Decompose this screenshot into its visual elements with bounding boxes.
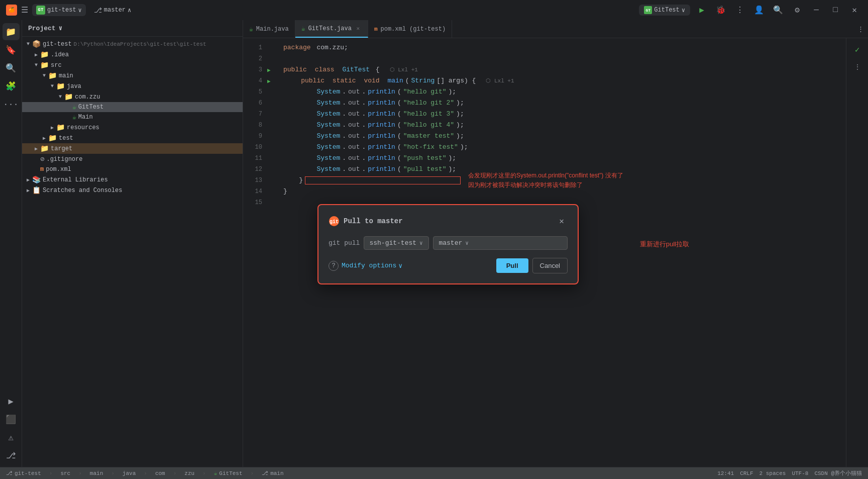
empty-rect-13 (305, 176, 461, 184)
tree-item-target[interactable]: ▶ 📁 target (22, 143, 243, 154)
line-num-5: 5 (243, 86, 262, 98)
cancel-button[interactable]: Cancel (532, 258, 568, 273)
line-numbers: 1 2 3 4 5 6 7 8 9 10 11 12 13 14 15 (243, 38, 267, 467)
class-icon-status: ☕ (214, 470, 218, 476)
sidebar-item-git[interactable]: ⎇ (3, 447, 20, 464)
folder-icon-git-test: 📦 (32, 40, 41, 48)
tree-item-test[interactable]: ▶ 📁 test (22, 133, 243, 143)
tree-item-gittest[interactable]: ▶ ☕ GitTest (22, 102, 243, 112)
indent-5 (283, 86, 314, 98)
tree-label-git-test: git-test (43, 41, 72, 48)
sidebar-item-find[interactable]: 🔍 (3, 59, 20, 76)
sidebar-item-problems[interactable]: ⚠ (3, 429, 20, 446)
right-icon-1[interactable]: ⋮ (850, 59, 865, 74)
project-selector[interactable]: GT git-test ∨ (32, 4, 86, 16)
hamburger-menu-icon[interactable]: ☰ (21, 5, 28, 15)
account-icon[interactable]: 👤 (751, 3, 767, 18)
pull-button[interactable]: Pull (496, 258, 528, 273)
debug-button[interactable]: 🐞 (713, 3, 728, 18)
remote-selector[interactable]: ssh-git-test ∨ (364, 236, 429, 250)
run-button[interactable]: ▶ (694, 3, 709, 18)
close-button[interactable]: ✕ (847, 3, 862, 18)
line-num-10: 10 (243, 142, 262, 153)
tree-item-com-zzu[interactable]: ▼ 📁 com.zzu (22, 91, 243, 102)
modify-options-label: Modify options (342, 262, 396, 269)
paren-4: ( (405, 75, 409, 86)
tab-close-gittest[interactable]: ✕ (355, 25, 362, 32)
tree-item-gitignore[interactable]: ▶ ⊘ .gitignore (22, 154, 243, 164)
tree-item-git-test[interactable]: ▼ 📦 git-test D:\Python\IdeaProjects\git-… (22, 39, 243, 49)
branch-icon: ⎇ (94, 6, 102, 15)
tree-item-pom[interactable]: ▶ m pom.xml (22, 164, 243, 174)
str-11: "push test" (403, 153, 447, 164)
tab-pom-xml[interactable]: m pom.xml (git-test) (368, 20, 452, 38)
branch-selector[interactable]: master ∨ (433, 236, 568, 250)
status-spaces: 2 spaces (759, 470, 786, 476)
tree-item-ext-libs[interactable]: ▶ 📚 External Libraries (22, 174, 243, 185)
sidebar-item-dots[interactable]: ··· (3, 95, 20, 113)
tree-item-idea[interactable]: ▶ 📁 .idea (22, 49, 243, 60)
run-config-label[interactable]: GT GitTest ∨ (639, 5, 690, 16)
xml-icon-pom: m (40, 166, 44, 173)
tree-item-resources[interactable]: ▶ 📁 resources (22, 122, 243, 133)
tree-item-main-class[interactable]: ▶ ☕ Main (22, 112, 243, 122)
more-actions-button[interactable]: ⋮ (732, 3, 747, 18)
tree-label-main-class: Main (78, 114, 93, 121)
status-time: 12:41 (717, 470, 734, 476)
branch-selector[interactable]: ⎇ master ∧ (90, 5, 135, 16)
folder-icon-java: 📁 (56, 82, 65, 90)
code-line-1: package com.zzu; (283, 42, 840, 53)
minimize-button[interactable]: — (809, 3, 824, 18)
settings-icon[interactable]: ⚙ (790, 3, 805, 18)
run-gutter-12 (267, 164, 277, 175)
tab-more-button[interactable]: ⋮ (853, 20, 868, 38)
tree-item-scratches[interactable]: ▶ 📋 Scratches and Consoles (22, 185, 243, 196)
modal-git-label: git pull (329, 239, 360, 247)
run-gutter-4[interactable]: ▶ (267, 75, 277, 86)
sys-5: System (316, 86, 340, 98)
println-5: println (368, 86, 395, 98)
code-content[interactable]: package com.zzu; public class GitTest { … (277, 38, 846, 467)
folder-icon-resources: 📁 (56, 123, 65, 132)
tab-gittest-java[interactable]: ☕ GitTest.java ✕ (295, 20, 368, 38)
tree-item-src[interactable]: ▼ 📁 src (22, 60, 243, 70)
tree-item-java[interactable]: ▼ 📁 java (22, 81, 243, 91)
run-gutter-3[interactable]: ▶ (267, 64, 277, 75)
tree-label-gittest: GitTest (78, 104, 103, 111)
project-name-label: git-test (47, 7, 76, 14)
sidebar-item-bookmark[interactable]: 🔖 (3, 41, 20, 58)
status-git-icon[interactable]: ⎇ git-test (6, 470, 41, 476)
str-5: "hello git" (403, 86, 447, 98)
sep6: › (202, 470, 206, 476)
line-num-11: 11 (243, 153, 262, 164)
code-editor: 1 2 3 4 5 6 7 8 9 10 11 12 13 14 15 (243, 38, 868, 467)
tab-main-java[interactable]: ☕ Main.java (243, 20, 295, 38)
println-10: println (368, 142, 395, 153)
sys-11: System (316, 153, 340, 164)
sidebar-item-plugins[interactable]: 🧩 (3, 77, 20, 94)
tree-label-src: src (51, 62, 62, 69)
sidebar-item-terminal[interactable]: ⬛ (3, 411, 20, 428)
str-8: "hello git 4" (403, 120, 454, 131)
sep5: › (173, 470, 177, 476)
help-button[interactable]: ? (329, 261, 339, 271)
sys-10: System (316, 142, 340, 153)
tree-label-resources: resources (67, 124, 99, 131)
main-layout: 📁 🔖 🔍 🧩 ··· ▶ ⬛ ⚠ ⎇ Project ∨ ▼ 📦 git-te… (0, 20, 868, 467)
sidebar-item-run[interactable]: ▶ (3, 393, 20, 410)
remote-value: ssh-git-test (369, 239, 416, 247)
maximize-button[interactable]: □ (828, 3, 843, 18)
search-button[interactable]: 🔍 (771, 3, 786, 18)
java-icon-main: ☕ (72, 113, 76, 121)
sidebar-item-project[interactable]: 📁 (3, 23, 20, 40)
modal-close-button[interactable]: ✕ (556, 215, 568, 227)
line-num-8: 8 (243, 120, 262, 131)
println-6: println (368, 98, 395, 109)
kw-package: package (283, 42, 311, 53)
run-gutter-9 (267, 131, 277, 142)
line-num-6: 6 (243, 98, 262, 109)
code-line-10: System.out.println("hot-fix test"); (283, 142, 840, 153)
tree-item-main[interactable]: ▼ 📁 main (22, 70, 243, 81)
sidebar: Project ∨ ▼ 📦 git-test D:\Python\IdeaPro… (22, 20, 243, 467)
modify-options-button[interactable]: Modify options ∨ (342, 262, 402, 270)
